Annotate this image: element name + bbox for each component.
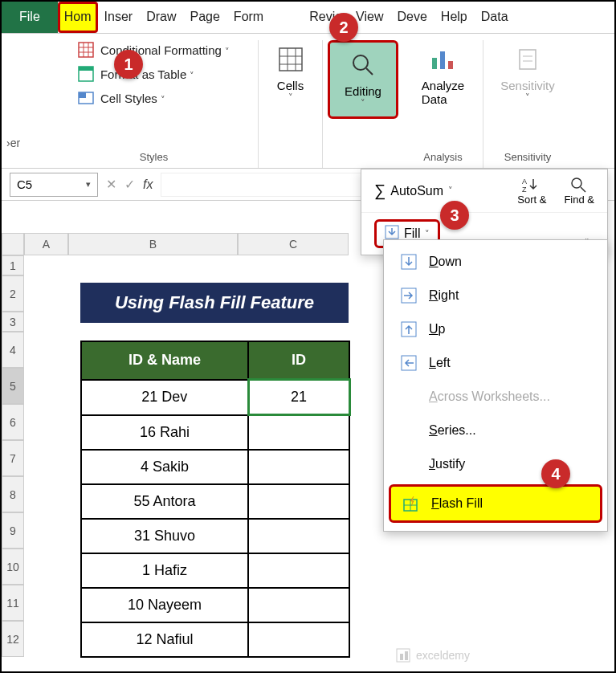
table-row[interactable]: 4 Sakib	[81, 450, 349, 484]
svg-line-15	[366, 68, 373, 75]
svg-rect-6	[79, 67, 93, 71]
select-all-corner[interactable]	[2, 233, 24, 255]
analyze-button[interactable]: Analyze Data	[410, 40, 475, 111]
fill-series-item[interactable]: Series...	[384, 414, 607, 447]
row-header-6[interactable]: 6	[2, 404, 24, 440]
tab-deve[interactable]: Deve	[390, 2, 434, 33]
analyze-label: Analyze Data	[422, 79, 464, 106]
table-row[interactable]: 16 Rahi	[81, 415, 349, 450]
sensitivity-group-label: Sensitivity	[504, 146, 552, 168]
th-idname[interactable]: ID & Name	[81, 341, 248, 380]
row-header-11[interactable]: 11	[2, 585, 24, 621]
row-header-9[interactable]: 9	[2, 512, 24, 549]
enter-icon[interactable]: ✓	[124, 177, 135, 192]
fill-submenu: DDownown Right Up Left Across Worksheets…	[383, 239, 608, 532]
analyze-icon	[429, 45, 458, 74]
tab-file[interactable]: File	[2, 2, 58, 33]
namebox-dropdown-icon[interactable]: ▾	[86, 179, 91, 190]
name-box-value: C5	[17, 177, 32, 191]
cancel-icon[interactable]: ✕	[106, 177, 116, 192]
arrow-down-icon	[400, 253, 418, 271]
find-button[interactable]: Find &	[564, 176, 594, 206]
svg-rect-9	[279, 48, 302, 71]
col-header-c[interactable]: C	[238, 233, 349, 255]
tab-draw[interactable]: Draw	[140, 2, 183, 33]
row-header-5[interactable]: 5	[2, 368, 24, 404]
row-header-3[interactable]: 3	[2, 312, 24, 332]
cell-styles-button[interactable]: Cell Styles ˅	[78, 88, 165, 108]
svg-rect-19	[520, 50, 536, 69]
fill-flash-item[interactable]: Flash Fill	[389, 484, 602, 523]
row-header-8[interactable]: 8	[2, 476, 24, 512]
svg-rect-16	[432, 58, 437, 69]
th-id[interactable]: ID	[248, 341, 349, 380]
table-row[interactable]: 10 Nayeem	[81, 588, 349, 622]
sensitivity-label: Sensitivity	[500, 79, 555, 92]
tab-insert[interactable]: Inser	[98, 2, 141, 33]
editing-button[interactable]: Editing ˅	[328, 40, 398, 119]
sensitivity-button: Sensitivity ˅	[489, 40, 566, 108]
autosum-button[interactable]: ∑ AutoSum ˅	[374, 182, 453, 200]
tab-hidden[interactable]	[271, 2, 303, 33]
ribbon-tabs: File Hom Inser Draw Page Form Revie View…	[2, 2, 614, 34]
row-header-4[interactable]: 4	[2, 332, 24, 368]
table-row[interactable]: 1 Hafiz	[81, 553, 349, 588]
svg-point-14	[353, 55, 368, 70]
tab-home[interactable]: Hom	[58, 2, 98, 33]
fill-right-item[interactable]: Right	[384, 279, 607, 312]
cells-button[interactable]: Cells ˅	[265, 40, 316, 108]
tab-form[interactable]: Form	[227, 2, 271, 33]
arrow-left-icon	[400, 354, 418, 372]
step-badge-1: 1	[114, 50, 143, 79]
panel-top-row: ∑ AutoSum ˅ AZ Sort & Find &	[361, 169, 607, 213]
row-header-10[interactable]: 10	[2, 549, 24, 585]
tab-help[interactable]: Help	[434, 2, 475, 33]
row-header-2[interactable]: 2	[2, 275, 24, 312]
svg-rect-36	[405, 651, 408, 660]
clipboard-partial: ›er	[6, 137, 20, 149]
flash-fill-icon	[402, 495, 420, 512]
cell-styles-label: Cell Styles ˅	[100, 92, 165, 105]
ribbon-body: ›er Conditional Formatting ˅ Format as T…	[2, 34, 614, 169]
sensitivity-group: Sensitivity ˅ Sensitivity	[483, 40, 572, 168]
row-header-7[interactable]: 7	[2, 440, 24, 476]
cond-format-icon	[78, 42, 94, 58]
table-row[interactable]: 12 Nafiul	[81, 622, 349, 657]
watermark: exceldemy	[395, 647, 470, 663]
table-row[interactable]: 55 Antora	[81, 484, 349, 519]
sensitivity-icon	[513, 45, 542, 74]
svg-point-24	[572, 178, 581, 188]
cells-group: Cells ˅	[259, 40, 323, 168]
table-title: Using Flash Fill Feature	[80, 283, 349, 323]
fill-up-item[interactable]: Up	[384, 312, 607, 346]
data-table: ID & Name ID 21 Dev21 16 Rahi 4 Sakib 55…	[80, 341, 351, 658]
row-header-12[interactable]: 12	[2, 621, 24, 657]
step-badge-2: 2	[329, 13, 358, 42]
fx-icon[interactable]: fx	[143, 177, 153, 192]
fill-justify-item[interactable]: Justify	[384, 447, 607, 481]
watermark-icon	[395, 647, 411, 663]
sort-icon: AZ	[522, 176, 541, 194]
table-wrap: Using Flash Fill Feature ID & Name ID 21…	[80, 283, 351, 658]
arrow-right-icon	[400, 287, 418, 304]
fill-down-item[interactable]: DDownown	[384, 245, 607, 279]
name-box[interactable]: C5 ▾	[10, 173, 98, 197]
tab-page[interactable]: Page	[183, 2, 226, 33]
table-row[interactable]: 21 Dev21	[81, 380, 349, 415]
fill-left-item[interactable]: Left	[384, 346, 607, 380]
tab-data[interactable]: Data	[475, 2, 516, 33]
sort-button[interactable]: AZ Sort &	[517, 176, 546, 206]
svg-text:Z: Z	[522, 186, 527, 194]
svg-rect-18	[448, 61, 453, 69]
col-header-b[interactable]: B	[68, 233, 238, 255]
row-header-1[interactable]: 1	[2, 255, 24, 275]
cell-styles-icon	[78, 90, 94, 106]
col-header-a[interactable]: A	[24, 233, 68, 255]
search-icon	[349, 51, 377, 80]
table-row[interactable]: 31 Shuvo	[81, 519, 349, 553]
sigma-icon: ∑	[374, 182, 386, 200]
conditional-formatting-button[interactable]: Conditional Formatting ˅	[78, 40, 230, 59]
svg-rect-8	[79, 92, 86, 98]
format-table-icon	[78, 66, 94, 82]
fill-across-item: Across Worksheets...	[384, 380, 607, 414]
